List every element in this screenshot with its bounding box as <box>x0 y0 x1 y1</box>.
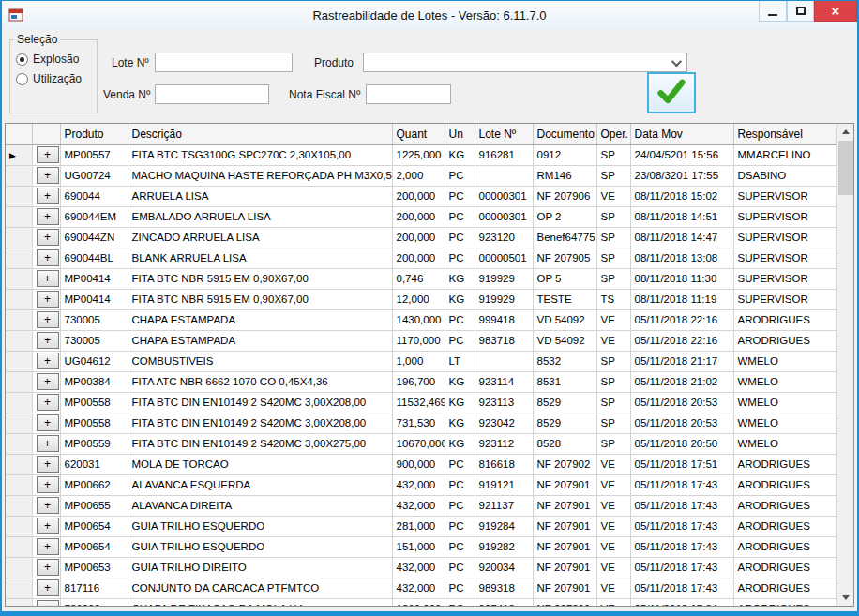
cell-data_mov[interactable]: 05/11/2018 21:17 <box>630 351 733 371</box>
column-header-un[interactable]: Un <box>445 124 475 144</box>
cell-data_mov[interactable]: 05/11/2018 21:02 <box>630 371 733 392</box>
cell-un[interactable]: KG <box>445 413 475 433</box>
cell-produto[interactable]: 690044BL <box>60 248 128 268</box>
cell-quant[interactable]: 1869,000 <box>392 598 445 606</box>
row-selector[interactable] <box>6 227 32 248</box>
cell-un[interactable]: PC <box>445 309 475 330</box>
cell-lote[interactable]: 00000301 <box>475 186 533 206</box>
cell-produto[interactable]: MP00655 <box>60 495 128 516</box>
cell-quant[interactable]: 432,000 <box>392 557 445 578</box>
cell-responsavel[interactable]: ARODRIGUES <box>733 474 836 495</box>
cell-un[interactable]: PC <box>445 557 475 578</box>
row-selector[interactable]: ▶ <box>6 144 32 165</box>
cell-un[interactable]: PC <box>445 536 475 557</box>
cell-documento[interactable]: 8529 <box>533 392 596 413</box>
expand-row-button[interactable]: + <box>37 559 59 576</box>
cell-documento[interactable]: NF 207901 <box>533 474 596 495</box>
cell-quant[interactable]: 1430,000 <box>392 309 445 330</box>
row-selector[interactable] <box>6 371 32 392</box>
cell-produto[interactable]: 817116 <box>60 578 128 598</box>
row-selector[interactable] <box>6 536 32 557</box>
cell-un[interactable]: KG <box>445 433 475 454</box>
expand-row-button[interactable]: + <box>37 291 59 308</box>
cell-descricao[interactable]: CHAPA ESTAMPADA <box>128 309 392 330</box>
cell-quant[interactable]: 0,746 <box>392 268 445 289</box>
cell-produto[interactable]: MP00557 <box>60 144 128 165</box>
cell-responsavel[interactable]: WMELO <box>733 413 836 433</box>
expand-row-button[interactable]: + <box>37 270 59 287</box>
cell-responsavel[interactable]: SUPERVISOR <box>733 248 836 268</box>
minimize-button[interactable] <box>759 1 787 22</box>
cell-descricao[interactable]: GUIA TRILHO ESQUERDO <box>128 536 392 557</box>
maximize-button[interactable] <box>787 1 814 22</box>
cell-descricao[interactable]: ZINCADO ARRUELA LISA <box>128 227 392 248</box>
cell-data_mov[interactable]: 05/11/2018 17:34 <box>630 598 733 606</box>
row-selector[interactable] <box>6 330 32 351</box>
row-selector[interactable] <box>6 268 32 289</box>
cell-descricao[interactable]: EMBALADO ARRUELA LISA <box>128 206 392 227</box>
scrollbar-thumb[interactable] <box>838 141 853 195</box>
cell-quant[interactable]: 1,000 <box>392 351 445 371</box>
expand-row-button[interactable]: + <box>37 311 59 328</box>
column-header-produto[interactable]: Produto <box>60 124 128 144</box>
cell-produto[interactable]: MP00654 <box>60 536 128 557</box>
cell-documento[interactable]: NF 207901 <box>533 495 596 516</box>
cell-descricao[interactable]: FITA BTC TSG3100G SPC270C 2,30X105,00 <box>128 144 392 165</box>
expand-row-button[interactable]: + <box>37 476 59 493</box>
row-selector[interactable] <box>6 598 32 606</box>
cell-lote[interactable] <box>475 351 533 371</box>
cell-descricao[interactable]: CHAPA DE FIXACAO DA MOLA H4 <box>128 598 392 606</box>
cell-lote[interactable]: 923114 <box>475 371 533 392</box>
cell-oper[interactable]: VE <box>596 495 630 516</box>
cell-lote[interactable]: 816618 <box>475 454 533 474</box>
cell-oper[interactable]: SP <box>596 433 630 454</box>
cell-responsavel[interactable]: ARODRIGUES <box>733 578 836 598</box>
cell-documento[interactable]: NF 207901 <box>533 536 596 557</box>
cell-data_mov[interactable]: 08/11/2018 14:47 <box>630 227 733 248</box>
cell-oper[interactable]: VE <box>596 536 630 557</box>
cell-responsavel[interactable]: ARODRIGUES <box>733 454 836 474</box>
cell-lote[interactable]: 983718 <box>475 330 533 351</box>
cell-lote[interactable]: 997418 <box>475 598 533 606</box>
cell-data_mov[interactable]: 05/11/2018 20:50 <box>630 433 733 454</box>
cell-data_mov[interactable]: 05/11/2018 17:43 <box>630 474 733 495</box>
cell-lote[interactable]: 923042 <box>475 413 533 433</box>
cell-lote[interactable]: 920034 <box>475 557 533 578</box>
cell-data_mov[interactable]: 05/11/2018 17:43 <box>630 516 733 536</box>
cell-oper[interactable]: VE <box>596 578 630 598</box>
column-header-lote[interactable]: Lote Nº <box>475 124 533 144</box>
produto-combobox[interactable] <box>363 53 687 72</box>
cell-produto[interactable]: MP00558 <box>60 392 128 413</box>
cell-documento[interactable]: NF 207902 <box>533 454 596 474</box>
cell-responsavel[interactable]: ARODRIGUES <box>733 557 836 578</box>
cell-responsavel[interactable]: ARODRIGUES <box>733 536 836 557</box>
cell-data_mov[interactable]: 08/11/2018 15:02 <box>630 186 733 206</box>
cell-data_mov[interactable]: 05/11/2018 22:16 <box>630 309 733 330</box>
cell-quant[interactable]: 900,000 <box>392 454 445 474</box>
column-header-quant[interactable]: Quant <box>392 124 445 144</box>
cell-produto[interactable]: 690044EM <box>60 206 128 227</box>
cell-data_mov[interactable]: 05/11/2018 17:43 <box>630 557 733 578</box>
cell-descricao[interactable]: CHAPA ESTAMPADA <box>128 330 392 351</box>
row-selector[interactable] <box>6 474 32 495</box>
cell-produto[interactable]: MP00662 <box>60 474 128 495</box>
cell-oper[interactable]: VE <box>596 516 630 536</box>
cell-data_mov[interactable]: 24/04/5201 15:56 <box>630 144 733 165</box>
row-selector[interactable] <box>6 165 32 186</box>
cell-produto[interactable]: MP00654 <box>60 516 128 536</box>
expand-row-button[interactable]: + <box>37 538 59 555</box>
expand-row-button[interactable]: + <box>37 414 59 431</box>
cell-quant[interactable]: 200,000 <box>392 206 445 227</box>
row-selector[interactable] <box>6 495 32 516</box>
cell-descricao[interactable]: FITA BTC DIN EN10149 2 S420MC 3,00X208,0… <box>128 392 392 413</box>
radio-utilizacao[interactable]: Utilização <box>16 72 97 85</box>
cell-descricao[interactable]: FITA BTC NBR 5915 EM 0,90X67,00 <box>128 268 392 289</box>
cell-descricao[interactable]: FITA BTC NBR 5915 EM 0,90X67,00 <box>128 289 392 309</box>
expand-row-button[interactable]: + <box>37 167 59 184</box>
row-selector[interactable] <box>6 392 32 413</box>
cell-descricao[interactable]: FITA BTC DIN EN10149 2 S420MC 3,00X275,0… <box>128 433 392 454</box>
cell-data_mov[interactable]: 05/11/2018 17:43 <box>630 536 733 557</box>
close-button[interactable]: × <box>814 1 857 22</box>
scroll-up-button[interactable] <box>837 124 854 140</box>
cell-responsavel[interactable]: SUPERVISOR <box>733 227 836 248</box>
